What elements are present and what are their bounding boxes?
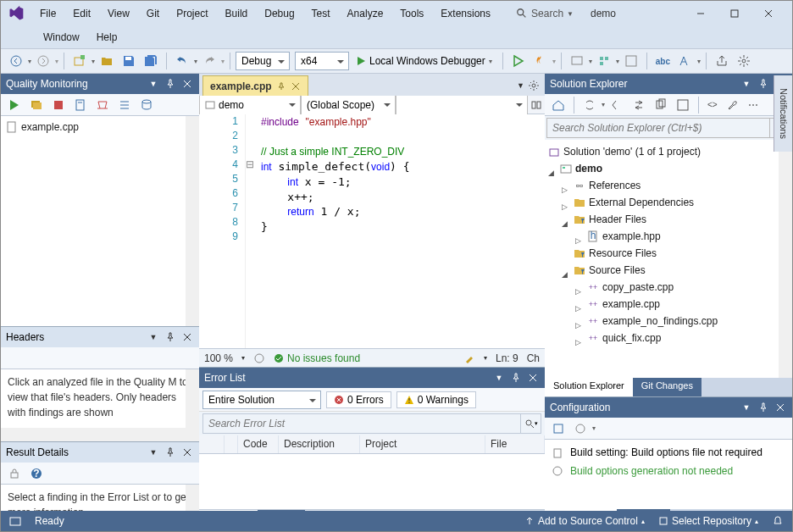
menu-edit[interactable]: Edit [64, 4, 99, 23]
menu-git[interactable]: Git [138, 4, 168, 23]
tb-misc-4[interactable] [675, 53, 696, 69]
nav-back-button[interactable] [6, 53, 26, 69]
result-details-header[interactable]: Result Details ▼ [1, 442, 199, 463]
expand-icon[interactable]: ▷ [575, 283, 584, 291]
save-button[interactable] [119, 53, 139, 69]
tree-references[interactable]: ▷▫▫References [548, 177, 789, 194]
qm-play-button[interactable] [4, 97, 25, 114]
bug-icon[interactable] [253, 352, 265, 364]
tab-git-changes[interactable]: Git Changes [633, 378, 702, 396]
chevron-down-icon[interactable]: ▾ [221, 58, 225, 65]
qm-refresh-button[interactable] [26, 97, 47, 114]
platform-select[interactable]: x64 [295, 52, 349, 70]
scrollbar[interactable] [779, 140, 792, 378]
se-search-input[interactable] [547, 119, 769, 137]
qm-db-button[interactable] [136, 97, 157, 114]
se-sync-button[interactable] [580, 97, 600, 114]
menu-view[interactable]: View [99, 4, 138, 23]
tree-source-files[interactable]: ◢Source Files [548, 262, 789, 279]
window-position-button[interactable]: ▼ [740, 77, 753, 91]
qm-doc-button[interactable] [70, 97, 91, 114]
nav-split-button[interactable] [528, 96, 545, 114]
save-all-button[interactable] [141, 53, 161, 69]
window-position-button[interactable]: ▼ [147, 446, 160, 459]
se-copy-button[interactable] [651, 97, 671, 114]
code-content[interactable]: #include "example.hpp" // Just a simple … [258, 114, 545, 348]
se-swap-button[interactable] [629, 97, 649, 114]
code-editor[interactable]: 123456789 ⊟ #include "example.hpp" // Ju… [199, 114, 545, 348]
bell-icon[interactable] [772, 515, 784, 527]
chevron-down-icon[interactable]: ▾ [484, 354, 487, 362]
collapse-icon[interactable]: ◢ [562, 215, 570, 224]
se-code-button[interactable]: <> [704, 98, 721, 111]
expand-icon[interactable]: ▷ [575, 232, 584, 241]
select-repo-button[interactable]: Select Repository ▴ [658, 515, 758, 527]
chevron-down-icon[interactable]: ▾ [697, 58, 701, 65]
cfg-btn-1[interactable] [548, 420, 568, 437]
menu-extensions[interactable]: Extensions [432, 4, 499, 23]
expand-icon[interactable]: ▷ [562, 198, 570, 207]
tree-ext-deps[interactable]: ▷External Dependencies [548, 194, 789, 211]
lock-icon[interactable] [4, 465, 25, 482]
pin-icon[interactable] [164, 77, 177, 91]
chevron-down-icon[interactable]: ▾ [55, 58, 58, 65]
qm-clear-button[interactable] [92, 97, 113, 114]
configuration-header[interactable]: Configuration ▼ [545, 397, 792, 418]
expand-icon[interactable]: ▷ [575, 334, 584, 342]
pin-icon[interactable] [277, 82, 286, 91]
menu-analyze[interactable]: Analyze [339, 4, 392, 23]
chevron-down-icon[interactable]: ▾ [28, 58, 31, 65]
qm-list-button[interactable] [114, 97, 135, 114]
warnings-filter-button[interactable]: 0 Warnings [396, 391, 476, 408]
maximize-button[interactable] [718, 3, 751, 25]
expand-icon[interactable]: ▷ [575, 300, 584, 308]
col-indicator[interactable]: Ch [527, 352, 540, 364]
close-icon[interactable] [526, 371, 540, 385]
scrollbar-h[interactable] [1, 428, 186, 441]
tree-solution[interactable]: Solution 'demo' (1 of 1 project) [548, 143, 789, 160]
expand-icon[interactable]: ▷ [575, 317, 584, 325]
collapse-icon[interactable]: ◢ [548, 164, 557, 173]
brush-icon[interactable] [463, 352, 475, 364]
nav-scope-select[interactable]: (Global Scope) [301, 96, 396, 114]
menu-tools[interactable]: Tools [391, 4, 432, 23]
scrollbar[interactable] [186, 116, 199, 326]
settings-button[interactable] [734, 53, 754, 69]
tree-header-files[interactable]: ◢Header Files [548, 211, 789, 228]
line-indicator[interactable]: Ln: 9 [496, 352, 518, 364]
chevron-down-icon[interactable]: ▾ [241, 354, 245, 362]
scrollbar[interactable] [186, 369, 199, 441]
tree-example-no-findings[interactable]: ▷++example_no_findings.cpp [548, 313, 789, 330]
menu-file[interactable]: File [31, 4, 64, 23]
output-icon[interactable] [9, 515, 21, 527]
errors-filter-button[interactable]: 0 Errors [326, 391, 391, 408]
pin-icon[interactable] [757, 401, 770, 414]
qm-file-item[interactable]: example.cpp [4, 119, 196, 135]
se-collapse-button[interactable] [673, 97, 693, 114]
tree-example-hpp[interactable]: ▷hexample.hpp [548, 228, 789, 245]
help-icon[interactable]: ? [26, 465, 47, 482]
expand-icon[interactable]: ▷ [562, 181, 570, 190]
abc-button[interactable]: abc [652, 55, 674, 68]
menu-window[interactable]: Window [35, 28, 88, 47]
notifications-tab[interactable]: Notifications [774, 75, 792, 152]
close-icon[interactable] [291, 81, 301, 91]
chevron-down-icon[interactable]: ▾ [616, 58, 619, 65]
menu-build[interactable]: Build [217, 4, 257, 23]
search-icon[interactable]: ▾ [520, 414, 541, 433]
chevron-down-icon[interactable]: ▾ [552, 58, 556, 65]
window-position-button[interactable]: ▼ [492, 371, 506, 385]
minimize-button[interactable] [684, 3, 718, 25]
issues-status[interactable]: No issues found [274, 352, 360, 364]
close-button[interactable] [751, 3, 785, 25]
tab-overflow-button[interactable]: ▼ [517, 81, 524, 90]
close-icon[interactable] [774, 401, 787, 414]
redo-button[interactable] [199, 53, 219, 69]
chevron-down-icon[interactable]: ▾ [589, 58, 592, 65]
tree-resource-files[interactable]: ▷Resource Files [548, 245, 789, 262]
close-icon[interactable] [180, 446, 194, 459]
pin-icon[interactable] [757, 77, 770, 91]
pin-icon[interactable] [164, 446, 177, 459]
editor-tab-example[interactable]: example.cpp [202, 75, 308, 96]
col-code[interactable]: Code [238, 435, 279, 453]
